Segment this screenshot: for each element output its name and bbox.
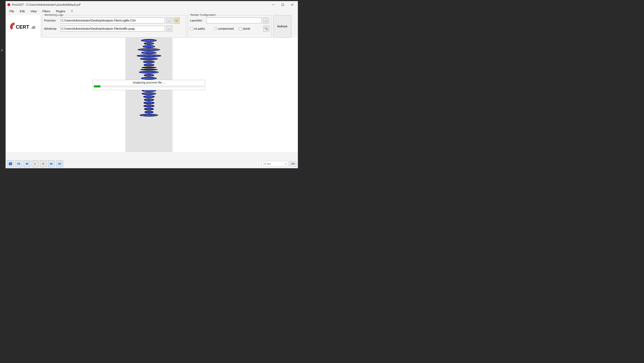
fps-selector[interactable]: 10 fps ∨: [262, 161, 288, 167]
titlebar: ProcDOT - C:\Users\Administrator\.procdo…: [6, 1, 298, 8]
graph-node[interactable]: [140, 69, 158, 70]
graph-node[interactable]: cxcs.microsoft.net 23.222.128.168: [142, 92, 156, 95]
monitoring-logs-legend: Monitoring Logs: [44, 13, 64, 16]
fast-forward-icon[interactable]: [48, 160, 55, 167]
svg-text:CERT: CERT: [16, 24, 29, 30]
link-chain-icon[interactable]: [290, 161, 296, 167]
bottom-toolbar: 10 fps ∨: [6, 159, 298, 168]
procdot-window: ProcDOT - C:\Users\Administrator\.procdo…: [6, 1, 298, 168]
svg-marker-16: [26, 163, 27, 165]
close-button[interactable]: [288, 1, 297, 8]
windump-browse-button[interactable]: ...: [166, 25, 172, 32]
progress-label: Analyzing procmon file ...: [93, 80, 205, 85]
graph-node[interactable]: 13.107.22.200: [144, 101, 154, 104]
menu-edit[interactable]: Edit: [17, 8, 28, 14]
graph-node[interactable]: 192.168.1.1: [144, 108, 154, 110]
graph-node[interactable]: 52.113.196.254: [143, 95, 155, 98]
film-icon[interactable]: [7, 160, 14, 167]
menu-file[interactable]: File: [6, 8, 17, 14]
graph-canvas[interactable]: b-atf.azureedge.net 13.107.213.51204.79.…: [6, 38, 298, 152]
launcher-browse-button[interactable]: ...: [263, 17, 269, 23]
dumb-checkbox[interactable]: dumb: [239, 27, 254, 30]
maximize-button[interactable]: [278, 1, 288, 8]
svg-marker-17: [27, 163, 28, 165]
progress-fill: [94, 85, 100, 87]
svg-rect-23: [60, 163, 61, 165]
stop-icon[interactable]: [40, 160, 47, 167]
window-title: ProcDOT - C:\Users\Administrator\.procdo…: [12, 3, 81, 6]
render-config-legend: Render Configuration: [190, 13, 216, 16]
monitoring-logs-group: Monitoring Logs Procmon: ... u Windump: …: [42, 15, 186, 38]
svg-marker-21: [52, 163, 53, 165]
graph-node[interactable]: outlook.office365.com 52.253.112.208: [140, 114, 158, 116]
graph-node[interactable]: eurossps.data.microsoft.com 52.253.113.1…: [139, 71, 159, 73]
svg-text:u: u: [176, 20, 177, 22]
record-icon: [8, 3, 10, 6]
svg-rect-12: [9, 163, 12, 163]
svg-rect-1: [282, 4, 284, 6]
menu-view[interactable]: View: [28, 8, 40, 14]
progress-bar: [94, 85, 204, 87]
svg-point-24: [291, 163, 293, 164]
svg-marker-20: [50, 163, 52, 165]
graph-node[interactable]: dm2302.storage.live.com 0.0.0.0: [141, 51, 157, 54]
launcher-input[interactable]: [206, 17, 262, 23]
refresh-button[interactable]: Refresh: [273, 15, 291, 38]
graph-node[interactable]: ocsp.digicert.com 72.21.91.29: [143, 61, 155, 63]
svg-line-10: [266, 28, 266, 29]
menu-help[interactable]: ?: [68, 8, 76, 14]
graph-node[interactable]: 20.96.222.130: [144, 74, 154, 76]
render-config-group: Render Configuration Launcher: ... no pa…: [188, 15, 272, 38]
graph-node[interactable]: 192.168.75.254: [144, 64, 154, 66]
graph-node[interactable]: 104.26.10.240: [144, 105, 154, 107]
graph-node[interactable]: 13.107.5.254: [144, 98, 154, 101]
skip-start-icon[interactable]: [15, 160, 22, 167]
graph-node[interactable]: v10.events.data.microsoft.com 52.182.143…: [140, 57, 158, 60]
graph-background: b-atf.azureedge.net 13.107.213.51204.79.…: [126, 38, 172, 152]
background-fragment: . A: [0, 49, 6, 53]
procmon-browse-button[interactable]: ...: [166, 17, 172, 23]
chevron-down-icon: ∨: [285, 162, 287, 165]
procmon-label: Procmon:: [44, 19, 59, 22]
no-paths-checkbox[interactable]: no paths: [190, 27, 205, 30]
svg-rect-19: [42, 163, 44, 165]
windump-label: Windump:: [44, 27, 59, 30]
windump-input[interactable]: [60, 26, 165, 31]
rewind-icon[interactable]: [23, 160, 30, 167]
svg-marker-22: [58, 163, 60, 165]
graph-node[interactable]: ham0.gertlinkedin.com 108.174.10.14: [141, 77, 157, 80]
procmon-input[interactable]: [60, 17, 165, 23]
svg-point-25: [293, 163, 295, 164]
graph-node[interactable]: arc.msn.com 168.62.242.76: [142, 45, 155, 48]
graph-node[interactable]: tile-service.weather.microsoft.com 0.0.0…: [137, 54, 161, 57]
launcher-label: Launcher:: [190, 19, 205, 22]
progress-dialog: Analyzing procmon file ...: [93, 80, 205, 90]
svg-rect-14: [18, 163, 18, 165]
svg-marker-18: [34, 163, 36, 165]
play-icon[interactable]: [32, 160, 38, 167]
svg-text:.at: .at: [31, 25, 36, 29]
cert-at-logo: CERT .at: [7, 15, 40, 38]
minimize-button[interactable]: [268, 1, 278, 8]
graph-node[interactable]: [142, 67, 156, 68]
procmon-aux-button[interactable]: u: [174, 17, 180, 23]
graph-node[interactable]: b-atf.azureedge.net 13.107.213.51: [141, 39, 157, 42]
graph-node[interactable]: watson.telemetry.microsoft.com 13.89.179…: [138, 48, 160, 51]
svg-marker-15: [18, 163, 20, 165]
svg-rect-13: [9, 165, 12, 165]
skip-end-icon[interactable]: [56, 160, 63, 167]
graph-node[interactable]: 224.0.0.22: [144, 111, 154, 113]
render-tool-button[interactable]: [263, 25, 270, 32]
compressed-checkbox[interactable]: compressed: [214, 27, 230, 30]
graph-node[interactable]: 204.79.197.254: [144, 42, 154, 45]
